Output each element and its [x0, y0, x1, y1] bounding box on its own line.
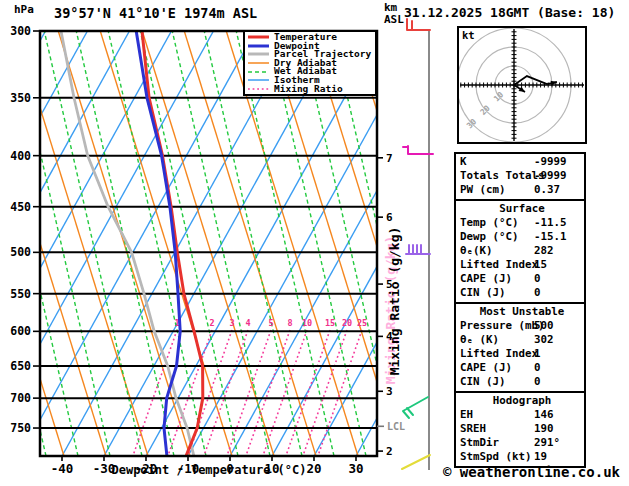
mixing-ratio-value-label: 20 — [342, 318, 352, 328]
altitude-tick-label: 7 — [386, 152, 393, 165]
index-label: EH — [460, 408, 473, 421]
indices-panel: K-9999Totals Totals-9999PW (cm)0.37Surfa… — [454, 152, 586, 468]
index-row: Dewp (°C)-15.1 — [460, 230, 584, 244]
mixing-ratio-value-label: 25 — [357, 318, 367, 328]
index-label: Totals Totals — [460, 169, 545, 182]
index-label: StmSpd (kt) — [460, 450, 532, 463]
index-row: PW (cm)0.37 — [460, 183, 584, 197]
index-label: Lifted Index — [460, 347, 538, 360]
pressure-tick-label: 450 — [10, 200, 31, 214]
index-row: EH146 — [460, 408, 584, 422]
index-value: 0 — [534, 286, 541, 300]
altitude-tick-label: 6 — [386, 211, 393, 224]
index-value: 282 — [534, 244, 554, 258]
index-label: Temp (°C) — [460, 216, 519, 229]
temp-axis-label: Dewpoint / Temperature (°C) — [88, 463, 330, 477]
index-row: CAPE (J)0 — [460, 272, 584, 286]
indices-hodograph: HodographEH146SREH190StmDir291°StmSpd (k… — [454, 391, 586, 468]
mixing-ratio-line — [263, 330, 307, 456]
legend-swatch-parcel-trajectory-icon — [247, 50, 271, 58]
index-value: 0 — [534, 361, 541, 375]
pressure-tick-label: 500 — [10, 245, 31, 259]
indices-general: K-9999Totals Totals-9999PW (cm)0.37 — [454, 152, 586, 199]
index-label: θₑ(K) — [460, 244, 493, 257]
altitude-tick-label: 2 — [386, 445, 393, 458]
hodograph-plot: 102030 — [457, 27, 586, 143]
pressure-tick-label: 700 — [10, 391, 31, 405]
wind-barb-300-icon — [407, 19, 430, 30]
pressure-tick-label: 550 — [10, 287, 31, 301]
temp-tick-label: -40 — [51, 461, 74, 476]
index-value: 0 — [534, 375, 541, 389]
wind-barb-500-icon — [406, 245, 430, 254]
index-label: StmDir — [460, 436, 499, 449]
isotherm-line — [0, 31, 3, 456]
index-row: θₑ(K)282 — [460, 244, 584, 258]
index-row: StmSpd (kt)19 — [460, 450, 584, 464]
indices-surface-title: Surface — [460, 202, 584, 216]
dry-adiabat-line — [58, 31, 190, 456]
index-value: 302 — [534, 333, 554, 347]
datetime-title: 31.12.2025 18GMT (Base: 18) — [404, 5, 615, 20]
pressure-tick-label: 300 — [10, 24, 31, 38]
index-value: 0 — [534, 272, 541, 286]
pressure-tick-label: 650 — [10, 359, 31, 373]
mixing-ratio-value-label: 8 — [287, 318, 292, 328]
index-value: -11.5 — [534, 216, 567, 230]
index-value: -9999 — [534, 169, 567, 183]
mixing-ratio-value-label: 2 — [209, 318, 214, 328]
index-row: Lifted Index1 — [460, 347, 584, 361]
temperature-curve — [142, 31, 203, 455]
pressure-tick-label: 400 — [10, 149, 31, 163]
index-row: StmDir291° — [460, 436, 584, 450]
wind-barb-700-icon — [403, 397, 428, 418]
mixing-ratio-axis-label: Mixing Ratio (g/kg) — [387, 227, 402, 376]
index-value: 15 — [534, 258, 547, 272]
pressure-tick-label: 350 — [10, 91, 31, 105]
index-row: Temp (°C)-11.5 — [460, 216, 584, 230]
index-value: -9999 — [534, 155, 567, 169]
pressure-unit-label: hPa — [14, 3, 34, 16]
dry-adiabat-line — [100, 31, 232, 456]
mixing-ratio-value-label: 10 — [302, 318, 312, 328]
legend-swatch-wet-adiabat-icon — [247, 68, 271, 76]
index-value: 500 — [534, 319, 554, 333]
index-row: CAPE (J)0 — [460, 361, 584, 375]
altitude-unit-label: km ASL — [384, 2, 404, 26]
index-value: 291° — [534, 436, 560, 450]
index-value: 190 — [534, 422, 554, 436]
legend-label: Mixing Ratio — [274, 85, 343, 94]
mixing-ratio-value-label: 5 — [268, 318, 273, 328]
index-label: CIN (J) — [460, 286, 506, 299]
index-label: CAPE (J) — [460, 272, 512, 285]
mixing-ratio-value-label: 3 — [229, 318, 234, 328]
legend-swatch-dewpoint-icon — [247, 42, 271, 50]
index-row: Lifted Index15 — [460, 258, 584, 272]
legend-swatch-temperature-icon — [247, 33, 271, 41]
index-row: K-9999 — [460, 155, 584, 169]
copyright: © weatheronline.co.uk — [443, 464, 620, 480]
isotherm-line — [20, 31, 255, 456]
legend-swatch-dry-adiabat-icon — [247, 59, 271, 67]
indices-surface: SurfaceTemp (°C)-11.5Dewp (°C)-15.1θₑ(K)… — [454, 199, 586, 302]
index-value: 146 — [534, 408, 554, 422]
index-label: CIN (J) — [460, 375, 506, 388]
wet-adiabat-line — [76, 31, 174, 456]
index-row: CIN (J)0 — [460, 286, 584, 300]
index-row: Pressure (mb)500 — [460, 319, 584, 333]
lcl-label: LCL — [387, 421, 405, 432]
wind-barb-800-icon — [402, 455, 430, 469]
index-value: 1 — [534, 347, 541, 361]
indices-most-unstable: Most UnstablePressure (mb)500θₑ (K)302Li… — [454, 302, 586, 391]
mixing-ratio-line — [286, 330, 330, 456]
index-label: K — [460, 155, 467, 168]
wet-adiabat-line — [108, 31, 206, 456]
index-label: Pressure (mb) — [460, 319, 545, 332]
index-value: -15.1 — [534, 230, 567, 244]
legend-item: Mixing Ratio — [247, 85, 375, 94]
index-label: SREH — [460, 422, 486, 435]
temp-tick-label: 30 — [348, 461, 363, 476]
wet-adiabat-line — [364, 31, 462, 456]
station-title: 39°57'N 41°10'E 1974m ASL — [54, 5, 257, 21]
index-label: CAPE (J) — [460, 361, 512, 374]
